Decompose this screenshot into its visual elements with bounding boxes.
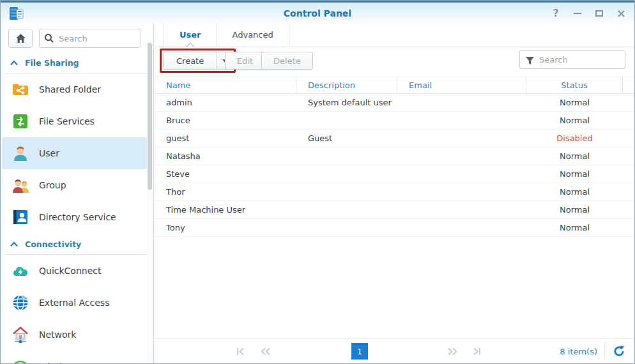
current-page[interactable]: 1 [351,343,368,360]
delete-button[interactable]: Delete [261,52,313,70]
group-icon [11,176,29,194]
cell-description [296,201,397,218]
column-header-name[interactable]: Name [155,77,296,94]
table-row[interactable]: Bruce Normal [155,112,634,130]
sidebar-scrollbar-thumb[interactable] [148,43,152,190]
window-controls [550,8,627,19]
column-header-description[interactable]: Description [296,77,397,94]
cell-email [397,112,526,129]
filter-icon [525,56,535,68]
cell-status: Normal [526,219,623,236]
section-connectivity[interactable]: Connectivity [1,233,153,253]
cell-name: Natasha [155,148,296,165]
table-header: Name Description Email Status [155,77,634,94]
cell-name: admin [155,94,296,111]
cell-email [397,201,526,218]
next-page-icon[interactable] [447,347,459,356]
maximize-icon[interactable] [593,8,605,19]
sidebar-item-file-services[interactable]: File Services [2,105,147,137]
previous-page-icon[interactable] [261,347,272,356]
cell-email [397,148,526,165]
sidebar-item-label: Group [39,180,66,190]
sidebar-item-label: File Services [39,116,95,126]
sidebar-item-quickconnect[interactable]: QuickConnect [2,255,147,287]
sidebar-item-directory-service[interactable]: Directory Service [2,201,147,233]
sidebar-item-label: Wireless [39,361,77,364]
tab-label: User [180,30,201,40]
sidebar-search-input[interactable] [39,29,141,48]
table-row[interactable]: Tony Normal [155,219,634,237]
table-search-input[interactable] [519,50,625,69]
divider [604,344,605,359]
last-page-icon[interactable] [471,347,483,356]
cell-description [296,183,397,201]
create-split-button: Create [163,52,233,70]
cell-status: Disabled [526,130,623,147]
sidebar-item-group[interactable]: Group [2,169,147,201]
sidebar-item-label: Shared Folder [39,84,101,95]
sidebar-item-label: External Access [39,298,109,308]
sidebar-item-wireless[interactable]: Wireless [2,351,147,364]
refresh-icon[interactable] [613,345,625,358]
quickconnect-icon [11,262,29,280]
chevron-up-icon [10,60,19,66]
section-label: File Sharing [25,58,79,68]
sidebar-item-external-access[interactable]: External Access [2,287,147,319]
sidebar-item-shared-folder[interactable]: Shared Folder [2,73,147,105]
create-button[interactable]: Create [163,52,217,70]
cell-email [397,183,526,201]
tab-label: Advanced [233,30,273,40]
toolbar: Create Edit Delete [155,49,634,74]
pagination-controls: 1 [236,338,483,364]
shared-folder-icon [11,80,29,98]
cell-description [296,165,397,183]
cell-status: Normal [526,94,623,111]
table-row[interactable]: admin System default user Normal [155,94,634,112]
wireless-icon [11,358,29,364]
cell-description [296,219,397,236]
sidebar-scrollbar[interactable] [147,42,153,363]
tab-bar: User Advanced [155,24,634,47]
table-search [519,50,625,69]
table-row[interactable]: guest Guest Disabled [155,130,634,148]
cell-description: Guest [296,130,397,147]
title-bar: Control Panel [1,1,634,24]
control-panel-window: Control Panel [0,0,635,364]
sidebar-search [39,29,141,48]
first-page-icon[interactable] [236,347,248,356]
sidebar-item-label: Network [39,330,76,340]
close-icon[interactable] [615,8,627,19]
tab-advanced[interactable]: Advanced [217,24,289,47]
directory-service-icon [11,208,29,226]
cell-description: System default user [296,94,397,111]
sidebar-header [1,24,153,52]
minimize-icon[interactable] [572,8,583,19]
help-icon[interactable] [550,8,562,19]
column-header-status[interactable]: Status [526,77,623,94]
sidebar: File Sharing Shared Folder [1,24,154,363]
cell-description [296,148,397,165]
tab-user[interactable]: User [164,24,217,47]
external-access-icon [11,294,29,312]
cell-name: Tony [155,219,296,236]
column-header-email[interactable]: Email [397,77,526,94]
section-file-sharing[interactable]: File Sharing [1,52,153,72]
sidebar-item-label: QuickConnect [39,266,101,276]
search-icon [44,33,54,46]
active-tab-notch [187,43,194,47]
table-row[interactable]: Natasha Normal [155,148,634,165]
cell-name: guest [155,130,296,147]
cell-status: Normal [526,148,623,165]
table-row[interactable]: Time Machine User Normal [155,201,634,219]
sidebar-item-label: User [39,148,59,158]
home-icon [15,33,26,43]
table-row[interactable]: Thor Normal [155,183,634,201]
network-icon [11,326,29,344]
sidebar-item-user[interactable]: User [2,137,147,169]
table-row[interactable]: Steve Normal [155,165,634,183]
main-panel: User Advanced Create Edit Delete [155,24,634,363]
sidebar-item-network[interactable]: Network [2,319,147,351]
pagination-bar: 1 8 item(s) [155,338,634,363]
home-button[interactable] [8,29,33,48]
edit-button[interactable]: Edit [225,52,265,70]
